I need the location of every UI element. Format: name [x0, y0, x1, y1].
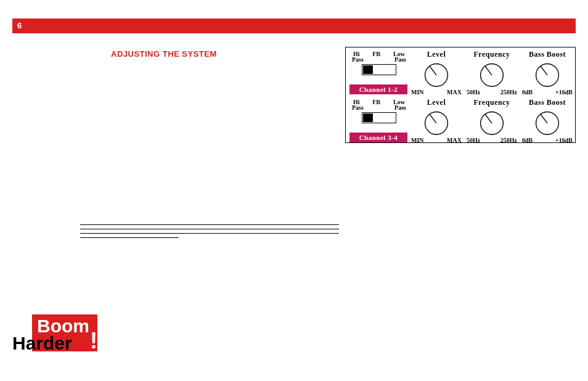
channel-row: Hi FR Low Pass Pass Channel 1-2 Level MI… — [346, 47, 575, 96]
switch-label-pass-r: Pass — [394, 57, 406, 63]
dial-icon — [422, 108, 451, 136]
knob-bass-boost: Bass Boost 0dB+16dB — [521, 50, 574, 96]
svg-point-0 — [425, 63, 448, 86]
channel-row: Hi FR Low Pass Pass Channel 3-4 Level MI… — [346, 96, 575, 144]
section-title: ADJUSTING THE SYSTEM — [111, 49, 217, 59]
scale-min: MIN — [411, 137, 424, 144]
knob-title: Bass Boost — [521, 98, 574, 107]
svg-line-5 — [541, 66, 547, 75]
crossover-switch: Hi FR Low Pass Pass — [351, 51, 407, 75]
scale-max: +16dB — [555, 89, 573, 96]
dial-icon — [533, 108, 561, 136]
svg-point-2 — [481, 63, 504, 86]
knob-level: Level MINMAX — [410, 50, 463, 96]
scale-max: +16dB — [555, 137, 573, 144]
svg-line-11 — [541, 114, 547, 123]
switch-label-pass-l: Pass — [352, 57, 364, 63]
crossover-switch: Hi FR Low Pass Pass — [351, 99, 407, 123]
switch-label-pass-r: Pass — [394, 105, 406, 111]
scale-min: 0dB — [522, 137, 533, 144]
dial-icon — [478, 60, 506, 88]
underline — [80, 237, 179, 238]
page-header: 6 — [12, 18, 576, 33]
switch-slider — [362, 112, 396, 123]
knob-title: Frequency — [465, 98, 518, 107]
dial-icon — [478, 108, 506, 136]
underline — [80, 224, 339, 225]
channel-label: Channel 1-2 — [349, 84, 407, 94]
brand-logo: Boom Harder ! — [12, 314, 97, 351]
scale-min: 50Hz — [467, 137, 480, 144]
knob-title: Level — [410, 98, 463, 107]
underline — [80, 229, 339, 229]
knob-frequency: Frequency 50Hz250Hz — [465, 98, 518, 144]
svg-line-1 — [430, 66, 436, 75]
scale-max: 250Hz — [500, 89, 517, 96]
switch-label-fr: FR — [372, 51, 380, 57]
switch-label-pass-l: Pass — [352, 105, 364, 111]
logo-text-harder: Harder — [12, 333, 72, 354]
knob-frequency: Frequency 50Hz250Hz — [465, 50, 518, 96]
dial-icon — [533, 60, 561, 88]
switch-slider — [362, 64, 396, 75]
scale-min: 0dB — [522, 89, 533, 96]
scale-max: MAX — [447, 89, 462, 96]
logo-exclamation: ! — [90, 328, 97, 354]
svg-point-4 — [536, 63, 559, 86]
svg-line-7 — [430, 114, 436, 123]
knob-title: Level — [410, 50, 463, 59]
scale-max: MAX — [447, 137, 462, 144]
svg-line-9 — [485, 114, 492, 123]
knob-level: Level MINMAX — [410, 98, 463, 144]
knob-title: Bass Boost — [521, 50, 574, 59]
switch-label-fr: FR — [372, 99, 380, 105]
scale-max: 250Hz — [500, 137, 517, 144]
knob-bass-boost: Bass Boost 0dB+16dB — [521, 98, 574, 144]
channel-label: Channel 3-4 — [349, 133, 407, 142]
control-panel: Hi FR Low Pass Pass Channel 1-2 Level MI… — [345, 47, 576, 143]
knob-title: Frequency — [465, 50, 518, 59]
dial-icon — [422, 60, 451, 88]
underline — [80, 233, 339, 234]
scale-min: MIN — [411, 89, 424, 96]
svg-line-3 — [485, 66, 492, 75]
page-number: 6 — [17, 21, 22, 30]
scale-min: 50Hz — [467, 89, 480, 96]
body-underlines — [80, 221, 339, 242]
